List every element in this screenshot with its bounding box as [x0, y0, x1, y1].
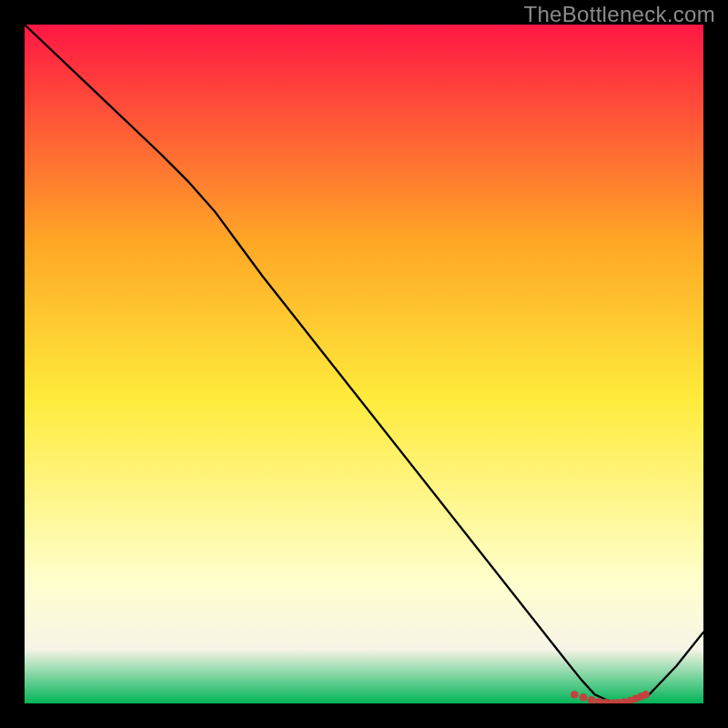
marker-dot: [580, 693, 588, 702]
marker-dot: [571, 691, 579, 699]
watermark-text: TheBottleneck.com: [523, 2, 715, 27]
gradient-bg: [25, 25, 703, 703]
plot-area: [25, 25, 703, 703]
chart-frame: TheBottleneck.com: [0, 0, 728, 728]
marker-dot: [642, 691, 650, 699]
plot-svg: [25, 25, 703, 703]
